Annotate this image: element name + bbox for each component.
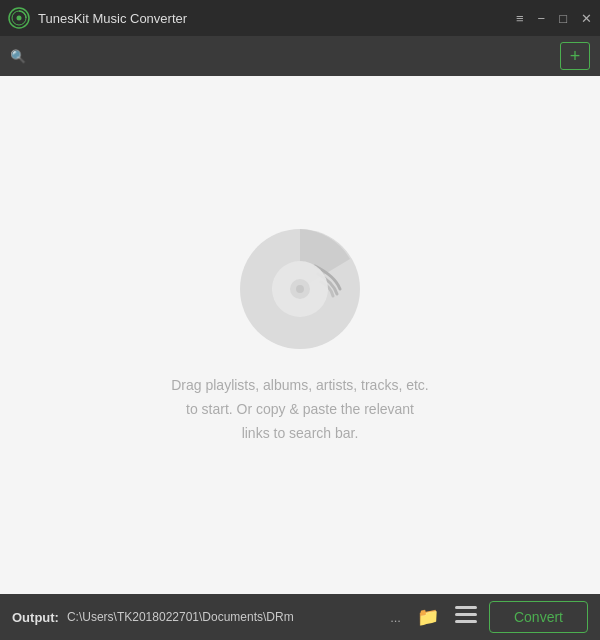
svg-rect-8 [455,613,477,616]
menu-btn[interactable]: ≡ [516,12,524,25]
minimize-btn[interactable]: − [538,12,546,25]
app-logo [8,7,30,29]
svg-rect-9 [455,620,477,623]
maximize-btn[interactable]: □ [559,12,567,25]
window-controls: ≡ − □ ✕ [516,12,592,25]
placeholder-text: Drag playlists, albums, artists, tracks,… [171,374,429,445]
title-bar: TunesKit Music Converter ≡ − □ ✕ [0,0,600,36]
svg-point-6 [296,285,304,293]
cd-icon [235,224,365,354]
output-label: Output: [12,610,59,625]
add-button[interactable]: + [560,42,590,70]
folder-button[interactable]: 📁 [413,604,443,630]
app-title: TunesKit Music Converter [38,11,508,26]
svg-rect-7 [455,606,477,609]
ellipsis-button[interactable]: ... [386,608,405,627]
output-path: C:\Users\TK2018022701\Documents\DRm [67,610,378,624]
toolbar: 🔍 + [0,36,600,76]
convert-button[interactable]: Convert [489,601,588,633]
search-input[interactable] [34,49,552,64]
main-content: Drag playlists, albums, artists, tracks,… [0,76,600,594]
search-icon: 🔍 [10,49,26,64]
svg-point-2 [17,16,22,21]
close-btn[interactable]: ✕ [581,12,592,25]
list-button[interactable] [451,604,481,631]
bottom-bar: Output: C:\Users\TK2018022701\Documents\… [0,594,600,640]
